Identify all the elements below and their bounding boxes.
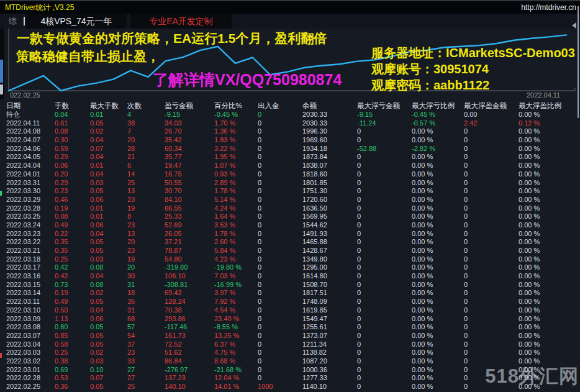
cell-max-float-loss-pct: 0.00 % (412, 374, 464, 383)
cell-max-float-profit: 0 (464, 162, 519, 170)
table-row[interactable]: 2022.03.300.230.051330.701.78 %01751.300… (0, 187, 580, 196)
scrollbar-arrow-icon (572, 22, 576, 29)
cell-max-lots: 0.02 (90, 289, 127, 298)
table-row[interactable]: 2022.03.070.850.0554161.7313.35 %01373.0… (0, 332, 580, 340)
table-row[interactable]: 2022.04.110.610.053834.031.70 %02030.33-… (0, 119, 580, 128)
tab-ea-ad[interactable]: 专业EA开发定制 (130, 14, 232, 29)
table-row[interactable]: 2022.04.070.300.042035.421.83 %01969.600… (0, 136, 580, 145)
cell-max-lots: 0.04 (90, 230, 127, 239)
cell-pct: 1.83 % (214, 136, 258, 145)
cell-max-float-loss-pct: 0.00 % (412, 349, 464, 357)
cell-in-out: 0 (258, 127, 302, 136)
table-row[interactable]: 2022.04.060.590.072860.343.22 %01934.18-… (0, 145, 580, 153)
cell-date: 2022.03.04 (0, 340, 55, 349)
cell-max-float-loss: 0 (357, 187, 412, 196)
cell-trades: 20 (127, 263, 165, 272)
watch-account-value: 30951074 (433, 62, 489, 76)
cell-trades: 68 (127, 315, 165, 324)
table-row[interactable]: 2022.03.240.490.062352.693.53 %01544.620… (0, 221, 580, 230)
chart-scrollbar[interactable] (578, 6, 579, 118)
table-row[interactable]: 2022.03.310.290.032550.552.89 %01801.850… (0, 179, 580, 188)
cell-pnl: -9.15 (165, 111, 214, 119)
cell-date: 2022.03.14 (0, 289, 55, 298)
cell-max-float-loss: 0 (357, 349, 412, 357)
table-row[interactable]: 2022.03.030.250.022351.624.75 %01138.820… (0, 349, 580, 357)
cell-max-float-loss-pct: 0.00 % (412, 323, 464, 332)
cell-max-lots: 0.03 (90, 357, 127, 366)
cell-max-float-loss-pct: 0.00 % (412, 179, 464, 188)
cell-in-out: 0 (258, 281, 302, 289)
table-row[interactable]: 2022.03.250.080.01825.331.64 %01569.9500… (0, 212, 580, 221)
tab-vps-ad[interactable]: 4核VPS_74元一年 (26, 14, 127, 29)
header-max-float-loss: 最大浮亏金额 (357, 101, 412, 111)
table-row-open-position[interactable]: 持仓0.040.014-9.15-0.45 %02030.33-9.15-0.4… (0, 111, 580, 119)
table-row[interactable]: 2022.04.080.080.02726.701.36 %01996.3000… (0, 127, 580, 136)
table-row[interactable]: 2022.04.010.200.041416.750.93 %01818.600… (0, 170, 580, 179)
table-row[interactable]: 2022.03.170.420.0820-319.80-19.80 %01295… (0, 263, 580, 272)
cell-max-float-profit-pct: 0.00 % (519, 153, 580, 162)
table-row[interactable]: 2022.03.220.350.052037.212.60 %01465.880… (0, 238, 580, 247)
cell-balance: 1817.51 (302, 289, 357, 298)
cell-date: 2022.03.25 (0, 212, 55, 221)
cell-in-out: 0 (258, 196, 302, 204)
cell-date: 2022.03.17 (0, 263, 55, 272)
cell-trades: 6 (127, 162, 165, 170)
cell-date: 2022.02.28 (0, 374, 55, 383)
cell-lots: 0.50 (55, 306, 90, 315)
cell-lots: 0.42 (55, 272, 90, 281)
cell-max-float-loss-pct: 0.00 % (412, 306, 464, 315)
contact-text: 了解详情VX/QQ750980874 (153, 70, 342, 90)
cell-max-float-loss: 0 (357, 383, 412, 391)
cell-pnl: 35.42 (165, 136, 214, 145)
cell-in-out: 0 (258, 119, 302, 128)
cell-max-float-loss-pct: 0.00 % (412, 357, 464, 366)
table-row[interactable]: 2022.03.040.580.053772.526.37 %01211.340… (0, 340, 580, 349)
table-row[interactable]: 2022.03.100.500.043170.384.54 %01619.850… (0, 306, 580, 315)
table-row[interactable]: 2022.03.290.460.062384.105.14 %01720.600… (0, 196, 580, 204)
cell-in-out: 0 (258, 263, 302, 272)
table-row[interactable]: 2022.03.280.190.011966.554.24 %01636.500… (0, 204, 580, 213)
cell-max-lots: 0.05 (90, 383, 127, 391)
cell-lots: 0.22 (55, 230, 90, 239)
table-row[interactable]: 2022.03.080.800.0557-117.46-8.55 %01255.… (0, 323, 580, 332)
cell-in-out: 0 (258, 204, 302, 213)
table-row[interactable]: 2022.03.230.220.041326.051.78 %01491.930… (0, 230, 580, 239)
table-row[interactable]: 2022.03.110.490.0535128.247.92 %01748.09… (0, 298, 580, 306)
cell-balance: 1720.60 (302, 196, 357, 204)
table-row[interactable]: 2022.03.150.730.0831-308.81-16.99 %01508… (0, 281, 580, 289)
cell-max-float-loss-pct: 0.00 % (412, 247, 464, 255)
cell-pct: 2.60 % (214, 238, 258, 247)
table-row[interactable]: 2022.03.140.190.021869.423.97 %01817.510… (0, 289, 580, 298)
table-row[interactable]: 2022.03.160.420.0430106.107.03 %01614.80… (0, 272, 580, 281)
cell-balance: 1838.07 (302, 162, 357, 170)
cell-max-float-loss: 0 (357, 153, 412, 162)
cell-max-float-profit-pct: 0.00 % (519, 111, 580, 119)
cell-date: 2022.03.24 (0, 221, 55, 230)
cell-max-float-loss: 0 (357, 332, 412, 340)
cell-max-float-profit-pct: 0.00 % (519, 315, 580, 324)
cell-lots: 0.85 (55, 332, 90, 340)
cell-max-float-loss-pct: 0.00 % (412, 127, 464, 136)
cell-balance: 1751.30 (302, 187, 357, 196)
cell-max-lots: 0.05 (90, 119, 127, 128)
table-row[interactable]: 2022.03.210.350.052378.875.84 %01428.670… (0, 247, 580, 255)
cell-max-lots: 0.08 (90, 281, 127, 289)
cell-lots: 0.59 (55, 145, 90, 153)
table-row[interactable]: 2022.04.040.060.01619.471.07 %01838.0700… (0, 162, 580, 170)
left-edge-fragment-blue (0, 60, 3, 83)
cell-lots: 0.23 (55, 187, 90, 196)
header-date: 日期 (0, 101, 55, 111)
cell-max-float-loss: 0 (357, 263, 412, 272)
cell-max-float-loss: 0 (357, 366, 412, 375)
cell-date: 2022.03.09 (0, 315, 55, 324)
cell-pnl: 60.34 (165, 145, 214, 153)
table-row[interactable]: 2022.03.091.130.0668293.8623.40 %01549.4… (0, 315, 580, 324)
cell-max-float-loss-pct: -0.57 % (412, 119, 464, 128)
cell-pnl: 86.84 (165, 357, 214, 366)
cell-max-float-profit: 0 (464, 196, 519, 204)
cell-balance: 1295.00 (302, 263, 357, 272)
table-row[interactable]: 2022.04.050.290.042135.771.95 %01873.840… (0, 153, 580, 162)
cell-trades: 31 (127, 281, 165, 289)
site-url-link[interactable]: http://mtdriver.cn (521, 1, 576, 14)
table-row[interactable]: 2022.03.180.250.031954.804.23 %01349.800… (0, 255, 580, 264)
